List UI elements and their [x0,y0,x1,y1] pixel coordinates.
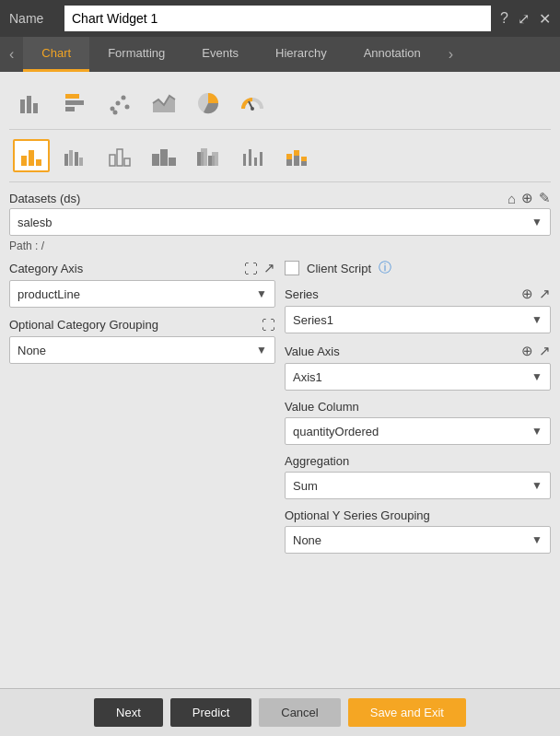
chart-type-area[interactable] [146,87,182,120]
header: Name ? ⤢ ✕ [0,0,560,37]
tab-next-button[interactable]: › [439,37,462,72]
chart-type-gauge[interactable] [234,87,271,120]
chart-type-pie[interactable] [190,87,227,120]
row2-divider [9,181,551,182]
chart-subtype-bar-light[interactable] [101,139,138,172]
chart-subtype-bar-wide[interactable] [146,139,182,172]
save-exit-button[interactable]: Save and Exit [348,698,466,727]
widget-name-input[interactable] [64,6,491,31]
tab-chart[interactable]: Chart [23,37,89,72]
datasets-add-icon[interactable]: ⊕ [521,190,533,206]
svg-point-7 [116,101,121,106]
tab-annotation[interactable]: Annotation [345,37,439,72]
right-column: Client Script ⓘ Series ⊕ ↗ Series1 ▼ [285,260,551,563]
svg-rect-34 [254,158,257,166]
client-script-info-icon[interactable]: ⓘ [379,260,391,276]
aggregation-arrow: ▼ [531,479,542,492]
chart-subtype-bar-single-selected[interactable] [13,139,50,172]
svg-rect-40 [301,161,307,166]
tab-formatting[interactable]: Formatting [89,37,183,72]
optional-y-arrow: ▼ [531,533,542,546]
svg-rect-22 [110,155,115,166]
series-dropdown[interactable]: Series1 ▼ [285,306,551,333]
value-column-dropdown[interactable]: quantityOrdered ▼ [285,417,551,445]
chart-subtype-bar-grouped[interactable] [57,139,94,172]
optional-y-label: Optional Y Series Grouping [285,508,430,522]
svg-rect-36 [286,159,292,166]
svg-rect-0 [20,99,25,113]
optional-cat-label: Optional Category Grouping [9,318,158,332]
optional-cat-dropdown[interactable]: None ▼ [9,336,275,364]
cancel-button[interactable]: Cancel [259,698,340,727]
svg-rect-32 [243,154,246,166]
tab-row: ‹ Chart Formatting Events Hierarchy Anno… [0,37,560,72]
series-arrow: ▼ [531,313,542,326]
series-label: Series [285,287,319,301]
svg-rect-5 [65,107,75,111]
svg-rect-35 [260,152,262,166]
datasets-arrow-icon: ▼ [531,216,542,228]
series-group: Series ⊕ ↗ Series1 ▼ [285,286,551,333]
move-icon[interactable]: ⤢ [518,10,530,28]
chart-subtype-bar-stacked[interactable] [278,139,315,172]
svg-rect-20 [75,152,78,166]
svg-rect-31 [212,152,218,166]
datasets-home-icon[interactable]: ⌂ [508,191,516,206]
client-script-checkbox[interactable] [285,261,299,275]
svg-rect-25 [152,154,159,166]
chart-subtype-bar-overlap[interactable] [190,139,227,172]
tab-prev-button[interactable]: ‹ [0,37,23,72]
svg-rect-19 [69,150,73,166]
svg-rect-17 [36,159,41,166]
category-axis-arrow-icon[interactable]: ↗ [263,260,275,276]
aggregation-dropdown[interactable]: Sum ▼ [285,472,551,499]
tab-events[interactable]: Events [183,37,257,72]
value-axis-arrow-icon[interactable]: ↗ [539,343,551,359]
svg-rect-3 [65,94,79,99]
close-icon[interactable]: ✕ [539,10,551,28]
optional-cat-value: None [18,344,46,357]
svg-point-6 [111,107,115,111]
svg-rect-39 [294,150,299,156]
chart-type-bar[interactable] [13,87,50,120]
datasets-edit-icon[interactable]: ✎ [539,190,551,206]
value-axis-add-icon[interactable]: ⊕ [521,343,533,359]
value-axis-group: Value Axis ⊕ ↗ Axis1 ▼ [285,343,551,391]
svg-rect-21 [79,158,83,166]
chart-subtype-bar-thin[interactable] [234,139,271,172]
chart-type-scatter[interactable] [101,87,138,120]
optional-cat-config-icon[interactable]: ⛶ [262,317,275,333]
category-axis-dropdown[interactable]: productLine ▼ [9,280,275,308]
svg-rect-2 [33,103,38,113]
datasets-label: Datasets (ds) [9,192,80,205]
optional-cat-arrow: ▼ [256,344,267,356]
help-icon[interactable]: ? [500,10,508,27]
series-arrow-icon[interactable]: ↗ [539,286,551,302]
datasets-dropdown[interactable]: salesb ▼ [9,208,551,236]
svg-rect-16 [29,150,34,166]
value-axis-dropdown[interactable]: Axis1 ▼ [285,363,551,391]
tab-hierarchy[interactable]: Hierarchy [257,37,345,72]
category-axis-config-icon[interactable]: ⛶ [244,261,258,276]
svg-rect-38 [294,156,299,166]
value-column-arrow: ▼ [531,425,542,438]
value-column-value: quantityOrdered [293,425,379,438]
next-button[interactable]: Next [94,698,163,727]
content-area: Datasets (ds) ⌂ ⊕ ✎ salesb ▼ Path : / Ca… [0,72,560,572]
svg-rect-41 [301,157,307,161]
svg-rect-18 [64,154,68,166]
optional-y-dropdown[interactable]: None ▼ [285,526,551,554]
chart-type-bar-horiz[interactable] [57,87,94,120]
name-label: Name [9,11,55,26]
svg-rect-29 [201,148,207,166]
predict-button[interactable]: Predict [170,698,251,727]
chart-row-divider [9,129,551,130]
value-column-group: Value Column quantityOrdered ▼ [285,400,551,445]
series-value: Series1 [293,313,333,327]
svg-rect-26 [160,149,168,166]
bottom-bar: Next Predict Cancel Save and Exit [0,688,560,736]
svg-rect-27 [169,158,176,166]
optional-cat-group: Optional Category Grouping ⛶ None ▼ [9,317,275,364]
series-add-icon[interactable]: ⊕ [521,286,533,302]
datasets-value: salesb [18,216,52,229]
